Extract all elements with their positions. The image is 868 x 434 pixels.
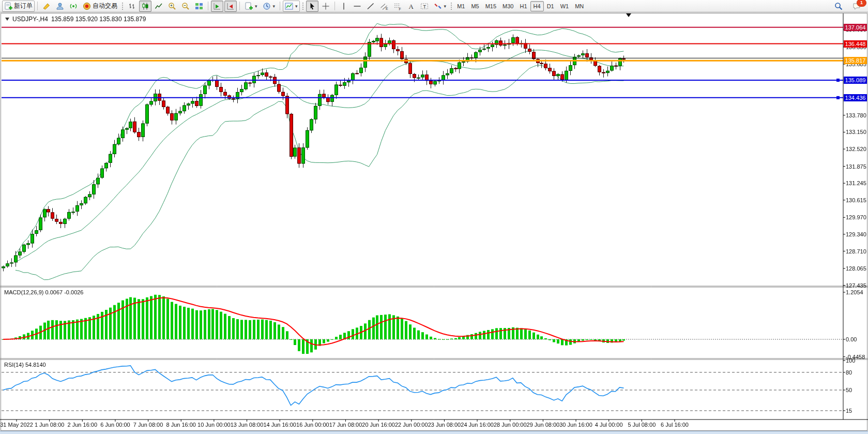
auto-trading-icon: [83, 2, 91, 10]
text-label-icon: T: [420, 2, 429, 10]
dropdown-arrow-icon: ▾: [273, 4, 276, 9]
vertical-line-tool-button[interactable]: [338, 1, 350, 12]
signals-button[interactable]: [67, 1, 80, 12]
timeframe-h1-button[interactable]: H1: [517, 1, 530, 11]
auto-scroll-icon: [213, 2, 221, 10]
horizontal-line-tool-button[interactable]: [351, 1, 363, 12]
toolbar-separator: [334, 2, 335, 10]
toolbar-separator: [239, 2, 240, 10]
tile-windows-icon: [195, 2, 203, 10]
candlestick-chart-icon: [141, 2, 149, 10]
toolbar-separator: [208, 2, 208, 10]
cursor-button[interactable]: [306, 1, 318, 12]
svg-text:E: E: [386, 7, 388, 10]
new-chart-button[interactable]: ▾: [242, 1, 260, 12]
zoom-in-button[interactable]: [166, 1, 178, 12]
zoom-out-icon: [181, 2, 190, 10]
toolbar-separator: [280, 2, 280, 10]
search-button[interactable]: [832, 1, 845, 12]
auto-trading-button[interactable]: 自动交易: [81, 1, 119, 12]
dropdown-arrow-icon: ▾: [444, 4, 447, 9]
text-tool-icon: A: [407, 2, 415, 10]
horizontal-line-icon: [353, 2, 361, 10]
trendline-tool-button[interactable]: [364, 1, 377, 12]
trading-terminal-window: 新订单 自动交易: [0, 0, 868, 434]
svg-text:A: A: [408, 3, 414, 10]
window-bottom-edge: [0, 431, 868, 434]
cursor-icon: [308, 2, 316, 10]
line-chart-button[interactable]: [153, 1, 165, 12]
bar-chart-icon: [128, 2, 136, 10]
toolbar-grip[interactable]: [450, 2, 452, 10]
dropdown-arrow-icon: ▾: [295, 4, 298, 9]
indicators-icon: [285, 2, 293, 10]
auto-scroll-button[interactable]: [211, 1, 223, 12]
timeframe-w1-button[interactable]: W1: [557, 1, 572, 11]
main-toolbar: 新订单 自动交易: [0, 0, 868, 12]
vertical-line-icon: [340, 2, 348, 10]
bar-chart-button[interactable]: [126, 1, 138, 12]
crosshair-button[interactable]: [319, 1, 332, 12]
zoom-in-icon: [168, 2, 176, 10]
trendline-icon: [367, 2, 375, 10]
toolbar-right-tools: 1: [832, 1, 864, 12]
search-icon: [834, 2, 843, 10]
arrows-tool-icon: [434, 2, 442, 10]
toolbar-grip[interactable]: [302, 2, 304, 10]
timeframe-mn-button[interactable]: MN: [572, 1, 587, 11]
tile-windows-button[interactable]: [193, 1, 205, 12]
notification-count-badge: 1: [857, 0, 866, 7]
equidistant-channel-tool-button[interactable]: E: [378, 1, 390, 12]
metaeditor-icon: [42, 2, 51, 10]
auto-trading-label: 自动交易: [93, 2, 117, 10]
timeframe-m5-button[interactable]: M5: [468, 1, 482, 11]
fibonacci-icon: F: [393, 2, 402, 10]
fibonacci-tool-button[interactable]: F: [391, 1, 404, 12]
text-tool-button[interactable]: A: [405, 1, 417, 12]
toolbar-separator: [37, 2, 38, 10]
zoom-out-button[interactable]: [179, 1, 192, 12]
line-chart-icon: [155, 2, 163, 10]
indicators-button[interactable]: ▾: [283, 1, 300, 12]
chart-shift-button[interactable]: [224, 1, 237, 12]
chart-shift-icon: [226, 2, 235, 10]
text-label-tool-button[interactable]: T: [418, 1, 431, 12]
profiles-button[interactable]: ▾: [261, 1, 278, 12]
new-chart-icon: [245, 2, 253, 10]
arrows-tool-button[interactable]: ▾: [432, 1, 449, 12]
market-icon: [56, 2, 64, 10]
svg-text:F: F: [399, 7, 401, 10]
candlestick-chart-button[interactable]: [139, 1, 151, 12]
timeframe-m30-button[interactable]: M30: [499, 1, 516, 11]
timeframe-h4-button[interactable]: H4: [530, 1, 544, 11]
price-chart-canvas[interactable]: [0, 12, 868, 434]
new-order-button[interactable]: 新订单: [2, 1, 35, 12]
dropdown-arrow-icon: ▾: [255, 4, 257, 9]
new-order-label: 新订单: [14, 2, 33, 10]
equidistant-channel-icon: E: [380, 2, 388, 10]
clock-icon: [263, 2, 271, 10]
toolbar-grip[interactable]: [121, 2, 124, 10]
new-order-icon: [4, 2, 12, 10]
timeframe-m1-button[interactable]: M1: [454, 1, 468, 11]
notifications-button[interactable]: 1: [850, 1, 863, 12]
signals-icon: [69, 2, 78, 10]
market-button[interactable]: [54, 1, 66, 12]
svg-text:T: T: [423, 4, 426, 9]
timeframe-m15-button[interactable]: M15: [482, 1, 499, 11]
crosshair-icon: [322, 2, 330, 10]
metaeditor-button[interactable]: [40, 1, 53, 12]
timeframe-d1-button[interactable]: D1: [544, 1, 557, 11]
